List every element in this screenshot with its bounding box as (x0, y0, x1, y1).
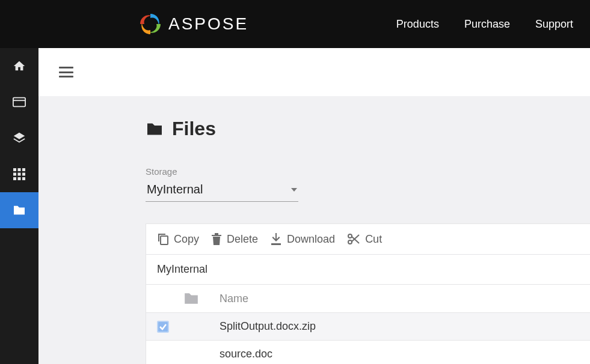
sidebar-item-files[interactable] (0, 192, 38, 228)
row-checkbox[interactable] (157, 321, 169, 333)
copy-label: Copy (174, 233, 199, 246)
svg-rect-10 (22, 177, 25, 180)
table-header: Name (146, 285, 590, 313)
files-panel: Copy Delete Download Cut MyInternal (146, 223, 590, 364)
sidebar-item-billing[interactable] (0, 84, 38, 120)
svg-rect-3 (18, 168, 21, 171)
svg-point-13 (348, 234, 352, 238)
brand-logo-icon (138, 12, 162, 36)
storage-select[interactable]: MyInternal (146, 180, 298, 202)
sidebar-item-home[interactable] (0, 48, 38, 84)
download-button[interactable]: Download (270, 232, 335, 246)
svg-rect-5 (13, 173, 16, 176)
grid-icon (13, 168, 25, 180)
cut-button[interactable]: Cut (347, 232, 382, 246)
svg-rect-9 (18, 177, 21, 180)
page-title: Files (172, 118, 216, 140)
nav-products[interactable]: Products (396, 18, 439, 31)
row-checkbox[interactable] (157, 348, 169, 360)
scissors-icon (347, 232, 360, 246)
sidebar (0, 48, 38, 364)
page-title-block: Files (146, 118, 590, 140)
check-icon (159, 323, 167, 331)
svg-rect-7 (22, 173, 25, 176)
folder-icon (13, 205, 26, 216)
breadcrumb-text: MyInternal (157, 263, 207, 275)
table-row[interactable]: source.doc (146, 341, 590, 364)
storage-selector: Storage MyInternal (146, 166, 590, 202)
svg-point-14 (348, 240, 352, 244)
brand[interactable]: ASPOSE (138, 12, 248, 36)
copy-button[interactable]: Copy (157, 232, 199, 246)
cut-label: Cut (365, 233, 382, 246)
chevron-down-icon (291, 188, 297, 192)
svg-rect-8 (13, 177, 16, 180)
file-name: SplitOutput.docx.zip (220, 320, 579, 333)
svg-rect-12 (271, 243, 281, 245)
column-name-header[interactable]: Name (220, 293, 579, 305)
folder-icon (183, 292, 199, 305)
svg-rect-4 (22, 168, 25, 171)
storage-selected-value: MyInternal (147, 183, 203, 196)
delete-label: Delete (227, 233, 258, 246)
brand-name: ASPOSE (168, 14, 248, 34)
hamburger-menu-icon[interactable] (59, 67, 73, 77)
sidebar-item-layers[interactable] (0, 120, 38, 156)
content: Files Storage MyInternal Copy Delete (38, 96, 590, 364)
sidebar-item-apps[interactable] (0, 156, 38, 192)
svg-rect-2 (13, 168, 16, 171)
nav-support[interactable]: Support (535, 18, 573, 31)
topbar: ASPOSE Products Purchase Support (0, 0, 590, 48)
trash-icon (211, 232, 222, 246)
main: Files Storage MyInternal Copy Delete (38, 48, 590, 364)
download-label: Download (287, 233, 335, 246)
home-icon (13, 59, 26, 73)
nav-purchase[interactable]: Purchase (464, 18, 510, 31)
svg-rect-11 (161, 236, 168, 244)
credit-card-icon (13, 97, 26, 108)
download-icon (270, 232, 282, 246)
breadcrumb[interactable]: MyInternal (146, 255, 590, 285)
top-nav: Products Purchase Support (396, 18, 578, 31)
copy-icon (157, 232, 169, 246)
column-icon (183, 292, 220, 305)
folder-icon (146, 122, 164, 136)
subheader (38, 48, 590, 96)
files-toolbar: Copy Delete Download Cut (146, 224, 590, 255)
storage-label: Storage (146, 166, 590, 177)
table-row[interactable]: SplitOutput.docx.zip (146, 313, 590, 341)
svg-rect-6 (18, 173, 21, 176)
svg-rect-0 (13, 98, 25, 107)
file-name: source.doc (220, 348, 579, 360)
delete-button[interactable]: Delete (211, 232, 258, 246)
layers-icon (13, 132, 26, 145)
